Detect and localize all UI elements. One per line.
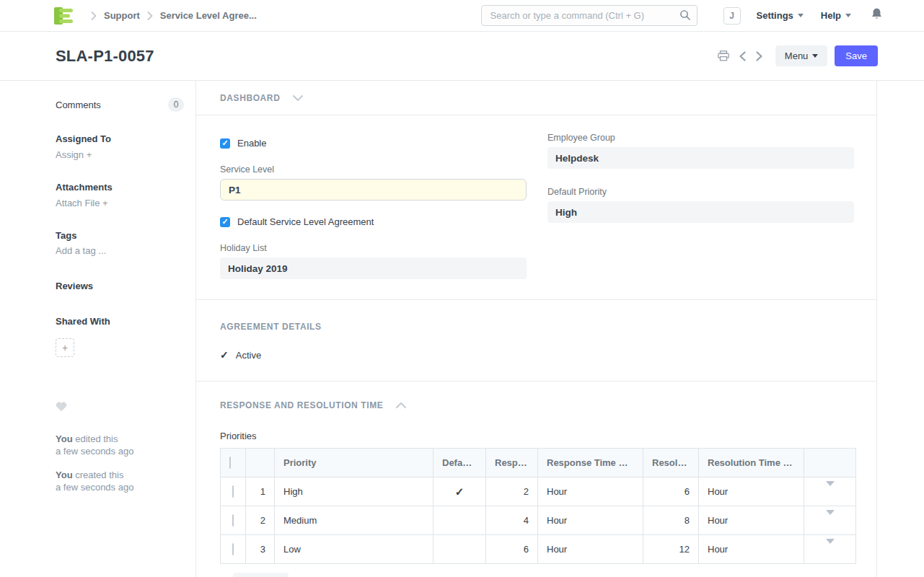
assigned-to-heading: Assigned To bbox=[56, 133, 184, 144]
section-agreement-details: AGREEMENT DETAILS ✓ Active bbox=[196, 300, 876, 382]
response-time-cell[interactable]: 2 bbox=[486, 477, 538, 506]
search-icon[interactable] bbox=[679, 9, 691, 24]
response-period-cell[interactable]: Hour bbox=[538, 535, 643, 564]
chevron-right-icon bbox=[147, 12, 153, 20]
section-response-resolution: RESPONSE AND RESOLUTION TIME Priorities … bbox=[196, 382, 876, 577]
attach-file-button[interactable]: Attach File + bbox=[56, 198, 184, 208]
response-time-column-header: Respo... bbox=[486, 449, 538, 477]
app-logo-icon[interactable] bbox=[54, 7, 74, 25]
check-icon: ✓ bbox=[220, 349, 229, 361]
response-section-head[interactable]: RESPONSE AND RESOLUTION TIME bbox=[220, 395, 853, 416]
employee-group-label: Employee Group bbox=[547, 133, 854, 143]
row-dropdown-icon[interactable] bbox=[826, 481, 835, 497]
section-dashboard[interactable]: DASHBOARD bbox=[196, 81, 876, 115]
chevron-down-icon bbox=[293, 95, 303, 101]
dashboard-section-title: DASHBOARD bbox=[220, 93, 280, 103]
like-heart-icon[interactable] bbox=[56, 402, 184, 415]
add-row-button[interactable]: Add Row bbox=[233, 573, 289, 577]
table-row[interactable]: 1 High ✓ 2 Hour 6 Hour bbox=[221, 477, 856, 506]
settings-menu[interactable]: Settings bbox=[757, 10, 804, 21]
select-all-checkbox[interactable] bbox=[229, 457, 231, 469]
breadcrumb-support[interactable]: Support bbox=[104, 10, 140, 21]
row-index: 2 bbox=[246, 506, 275, 535]
idx-column-header bbox=[246, 449, 275, 477]
add-tag-input[interactable]: Add a tag ... bbox=[56, 245, 184, 256]
chevron-right-icon bbox=[91, 12, 97, 20]
table-row[interactable]: 2 Medium 4 Hour 8 Hour bbox=[221, 506, 856, 535]
resolution-period-cell[interactable]: Hour bbox=[699, 506, 804, 535]
comments-label: Comments bbox=[56, 100, 101, 110]
default-sla-checkbox-row[interactable]: ✓ Default Service Level Agreement bbox=[220, 216, 527, 227]
enable-checkbox-row[interactable]: ✓ Enable bbox=[220, 138, 527, 149]
holiday-list-field[interactable]: Holiday 2019 bbox=[220, 257, 527, 279]
enable-label: Enable bbox=[237, 138, 266, 149]
page-title: SLA-P1-0057 bbox=[56, 47, 154, 66]
resolution-time-cell[interactable]: 8 bbox=[643, 506, 699, 535]
row-select-checkbox[interactable] bbox=[232, 485, 234, 498]
row-select-checkbox[interactable] bbox=[232, 543, 234, 555]
help-label: Help bbox=[821, 10, 841, 21]
menu-button[interactable]: Menu bbox=[775, 45, 828, 66]
priority-cell[interactable]: High bbox=[275, 477, 434, 506]
search-input[interactable] bbox=[481, 5, 698, 26]
form-sidebar: Comments 0 Assigned To Assign + Attachme… bbox=[0, 81, 196, 577]
help-menu[interactable]: Help bbox=[821, 10, 851, 21]
default-priority-field[interactable]: High bbox=[547, 201, 854, 223]
active-checkbox-row[interactable]: ✓ Active bbox=[220, 349, 853, 361]
activity-created: You created this a few seconds ago bbox=[56, 469, 184, 493]
resolution-period-column-header: Resolution Time P... bbox=[699, 449, 804, 477]
breadcrumb-current[interactable]: Service Level Agree... bbox=[160, 10, 257, 21]
comments-link[interactable]: Comments 0 bbox=[56, 97, 184, 112]
resolution-period-cell[interactable]: Hour bbox=[699, 477, 804, 506]
priorities-grid-label: Priorities bbox=[220, 431, 853, 441]
navbar: Support Service Level Agree... J Setting… bbox=[0, 0, 924, 32]
notifications-bell-icon[interactable] bbox=[871, 8, 882, 23]
row-index: 3 bbox=[246, 535, 275, 564]
shared-with-heading: Shared With bbox=[56, 316, 184, 327]
row-dropdown-icon[interactable] bbox=[826, 510, 835, 526]
default-checked-icon[interactable]: ✓ bbox=[455, 485, 465, 498]
service-level-label: Service Level bbox=[220, 164, 527, 175]
response-time-cell[interactable]: 6 bbox=[486, 535, 538, 564]
response-time-cell[interactable]: 4 bbox=[486, 506, 538, 535]
enable-checkbox[interactable]: ✓ bbox=[220, 138, 230, 149]
print-icon[interactable] bbox=[718, 50, 729, 61]
caret-down-icon bbox=[798, 14, 804, 17]
table-row[interactable]: 3 Low 6 Hour 12 Hour bbox=[221, 535, 856, 564]
share-button[interactable]: + bbox=[56, 338, 74, 357]
response-period-cell[interactable]: Hour bbox=[538, 477, 643, 506]
row-dropdown-icon[interactable] bbox=[826, 539, 835, 555]
default-sla-label: Default Service Level Agreement bbox=[237, 216, 374, 227]
prev-record-icon[interactable] bbox=[739, 51, 746, 61]
next-record-icon[interactable] bbox=[756, 51, 762, 61]
menu-button-label: Menu bbox=[785, 50, 809, 61]
activity-edited: You edited this a few seconds ago bbox=[56, 433, 184, 457]
agreement-section-title: AGREEMENT DETAILS bbox=[220, 322, 322, 332]
table-header-row: Priority Defaul... Respo... Response Tim… bbox=[221, 449, 856, 477]
response-period-cell[interactable]: Hour bbox=[538, 506, 643, 535]
avatar[interactable]: J bbox=[723, 7, 741, 25]
tags-heading: Tags bbox=[56, 230, 184, 241]
active-label: Active bbox=[236, 350, 261, 361]
employee-group-field[interactable]: Helpdesk bbox=[547, 147, 854, 169]
resolution-time-column-header: Resolu... bbox=[643, 449, 699, 477]
default-column-header: Defaul... bbox=[434, 449, 486, 477]
resolution-time-cell[interactable]: 12 bbox=[643, 535, 699, 564]
resolution-period-cell[interactable]: Hour bbox=[699, 535, 804, 564]
attachments-heading: Attachments bbox=[56, 182, 184, 193]
priorities-table: Priority Defaul... Respo... Response Tim… bbox=[220, 448, 856, 564]
priority-column-header: Priority bbox=[275, 449, 434, 477]
resolution-time-cell[interactable]: 6 bbox=[643, 477, 699, 506]
assign-button[interactable]: Assign + bbox=[56, 149, 184, 160]
priority-cell[interactable]: Low bbox=[275, 535, 434, 564]
holiday-list-label: Holiday List bbox=[220, 243, 527, 253]
save-button[interactable]: Save bbox=[835, 45, 878, 66]
row-select-checkbox[interactable] bbox=[232, 514, 234, 527]
service-level-input[interactable]: P1 bbox=[220, 179, 527, 201]
caret-down-icon bbox=[812, 54, 818, 58]
comments-count-badge: 0 bbox=[168, 97, 184, 112]
action-column-header bbox=[804, 449, 856, 477]
priority-cell[interactable]: Medium bbox=[275, 506, 434, 535]
row-index: 1 bbox=[246, 477, 275, 506]
default-sla-checkbox[interactable]: ✓ bbox=[220, 217, 230, 227]
